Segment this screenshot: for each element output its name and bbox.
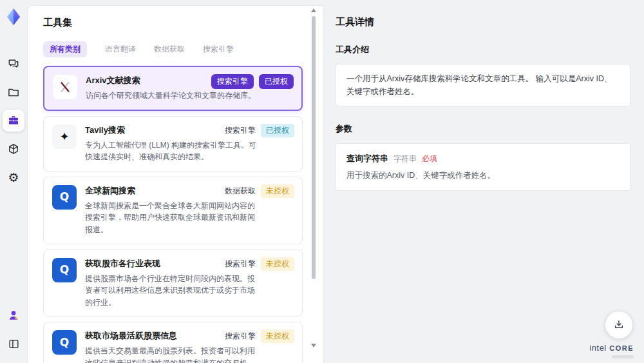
parameter-required-flag: 必填 <box>422 153 437 164</box>
rail-settings-button[interactable]: ⚙ <box>3 166 24 188</box>
rail-files-button[interactable] <box>3 81 24 103</box>
tool-card-sector-performance[interactable]: Q 获取股市各行业表现 提供股票市场各个行业在特定时间段内的表现。投资者可以利用… <box>43 250 303 317</box>
tab-search-engine[interactable]: 搜索引擎 <box>203 44 234 55</box>
parameter-card: 查询字符串 字符串 必填 用于搜索的Arxiv ID、关键字或作者姓名。 <box>336 143 630 191</box>
auth-badge: 未授权 <box>261 329 294 343</box>
rail-packages-button[interactable] <box>3 138 24 160</box>
main-area: 工具集 所有类别 语言翻译 数据获取 搜索引擎 Arxiv文献搜索 访问各个研究… <box>27 0 644 363</box>
tool-card-global-news[interactable]: Q 全球新闻搜索 全球新闻搜索是一个聚合全球各大新闻网站内容的搜索引擎，帮助用户… <box>43 177 303 244</box>
panel-toggle-icon <box>8 338 20 350</box>
auth-badge: 已授权 <box>259 74 294 89</box>
tool-card-arxiv[interactable]: Arxiv文献搜索 访问各个研究领域大量科学论文和文章的存储库。 搜索引擎 已授… <box>43 66 303 111</box>
intel-sub-badge <box>612 355 634 358</box>
tool-list: Arxiv文献搜索 访问各个研究领域大量科学论文和文章的存储库。 搜索引擎 已授… <box>43 66 323 363</box>
tool-badges: 搜索引擎 已授权 <box>211 74 294 89</box>
user-avatar-icon <box>7 309 20 322</box>
scrollbar-thumb[interactable] <box>312 16 316 279</box>
tab-translation[interactable]: 语言翻译 <box>105 44 136 55</box>
tool-badges: 搜索引擎 未授权 <box>225 257 294 271</box>
auth-badge: 未授权 <box>261 184 294 198</box>
tool-badges: 搜索引擎 已授权 <box>225 124 294 137</box>
rail-collapse-button[interactable] <box>3 333 24 355</box>
parameter-desc: 用于搜索的Arxiv ID、关键字或作者姓名。 <box>346 170 620 181</box>
app-logo[interactable] <box>3 6 24 28</box>
tool-card-active-stocks[interactable]: Q 获取市场最活跃股票信息 提供当天交易量最高的股票列表。投资者可以利用这些信息… <box>43 322 303 363</box>
app-rail: ⚙ <box>0 0 27 363</box>
tavily-logo-icon: ✦ <box>52 124 77 149</box>
tool-desc: 专为人工智能代理 (LLM) 构建的搜索引擎工具。可快速提供实时、准确和真实的结… <box>85 139 261 163</box>
toolset-title: 工具集 <box>43 17 323 29</box>
juhe-logo-icon: Q <box>52 185 77 210</box>
category-tabs: 所有类别 语言翻译 数据获取 搜索引擎 <box>43 41 323 57</box>
juhe-logo-icon: Q <box>52 258 77 282</box>
tool-desc: 全球新闻搜索是一个聚合全球各大新闻网站内容的搜索引擎，帮助用户快速获取全球最新资… <box>85 200 261 236</box>
tool-detail-panel: 工具详情 工具介绍 一个用于从Arxiv存储库搜索科学论文和文章的工具。 输入可… <box>324 5 644 363</box>
download-button[interactable] <box>605 311 632 338</box>
cube-icon <box>7 142 20 155</box>
tool-badges: 数据获取 未授权 <box>225 184 294 198</box>
detail-title: 工具详情 <box>336 16 630 28</box>
tool-badges: 搜索引擎 未授权 <box>225 329 294 343</box>
category-label: 搜索引擎 <box>225 125 256 136</box>
tool-desc: 访问各个研究领域大量科学论文和文章的存储库。 <box>86 90 262 102</box>
download-icon <box>612 319 625 331</box>
tab-all-categories[interactable]: 所有类别 <box>43 41 87 57</box>
tool-card-tavily[interactable]: ✦ Tavily搜索 专为人工智能代理 (LLM) 构建的搜索引擎工具。可快速提… <box>43 116 303 172</box>
briefcase-icon <box>7 114 20 127</box>
arxiv-logo-icon <box>53 75 77 99</box>
parameter-type: 字符串 <box>393 153 417 164</box>
intro-heading: 工具介绍 <box>336 44 630 55</box>
chat-icon <box>7 57 20 70</box>
category-label: 搜索引擎 <box>225 259 256 270</box>
category-badge: 搜索引擎 <box>211 74 254 89</box>
parameter-head: 查询字符串 字符串 必填 <box>346 153 620 164</box>
list-scrollbar[interactable] <box>310 7 317 363</box>
rail-toolbox-button[interactable] <box>3 110 24 132</box>
rail-chat-button[interactable] <box>3 53 24 75</box>
parameter-name: 查询字符串 <box>346 153 388 164</box>
tool-desc: 提供股票市场各个行业在特定时间段内的表现。投资者可以利用这些信息来识别表现优于或… <box>85 273 261 309</box>
juhe-logo-icon: Q <box>52 330 77 355</box>
intel-core-logo: intel CORE <box>589 342 634 358</box>
category-label: 数据获取 <box>225 186 256 197</box>
diamond-gem-icon <box>4 7 23 26</box>
auth-badge: 未授权 <box>261 257 294 271</box>
auth-badge: 已授权 <box>261 124 294 137</box>
scroll-up-arrow[interactable] <box>311 8 316 12</box>
params-heading: 参数 <box>336 123 630 135</box>
intel-wordmark: intel <box>589 343 606 353</box>
tool-intro-card: 一个用于从Arxiv存储库搜索科学论文和文章的工具。 输入可以是Arxiv ID… <box>336 64 630 106</box>
gear-icon: ⚙ <box>8 172 19 184</box>
folder-icon <box>7 86 20 99</box>
rail-user-avatar[interactable] <box>3 304 24 326</box>
tab-data-fetch[interactable]: 数据获取 <box>154 44 185 55</box>
toolset-panel: 工具集 所有类别 语言翻译 数据获取 搜索引擎 Arxiv文献搜索 访问各个研究… <box>27 5 324 363</box>
core-wordmark: CORE <box>609 344 634 352</box>
category-label: 搜索引擎 <box>225 331 256 342</box>
scroll-down-arrow[interactable] <box>311 344 316 348</box>
tool-desc: 提供当天交易量最高的股票列表。投资者可以利用这些信息来识别流动性强的股票和潜在的… <box>85 345 261 363</box>
